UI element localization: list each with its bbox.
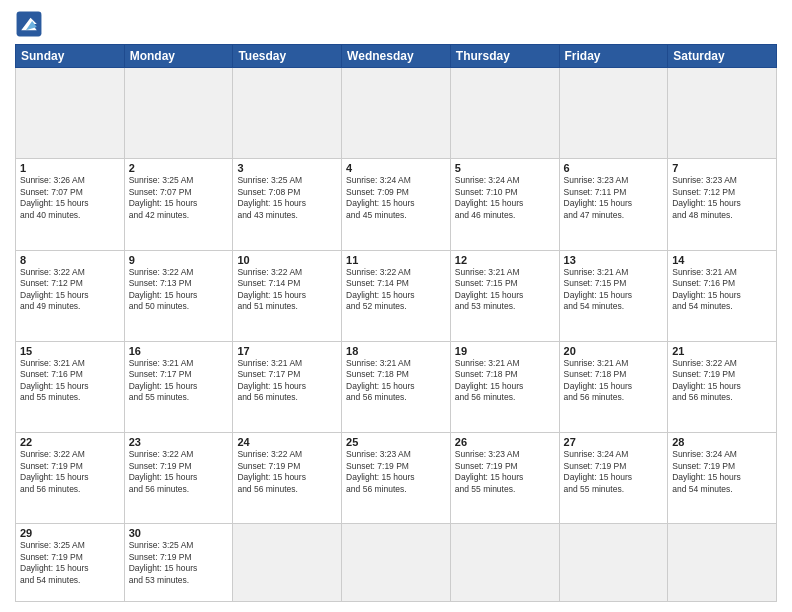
day-number: 20 [564,345,664,357]
cell-info: Sunrise: 3:21 AMSunset: 7:18 PMDaylight:… [346,358,446,404]
calendar-cell: 12Sunrise: 3:21 AMSunset: 7:15 PMDayligh… [450,250,559,341]
calendar-cell: 7Sunrise: 3:23 AMSunset: 7:12 PMDaylight… [668,159,777,250]
calendar-cell [559,68,668,159]
calendar-cell: 13Sunrise: 3:21 AMSunset: 7:15 PMDayligh… [559,250,668,341]
col-header-thursday: Thursday [450,45,559,68]
calendar-header-row: SundayMondayTuesdayWednesdayThursdayFrid… [16,45,777,68]
cell-info: Sunrise: 3:22 AMSunset: 7:19 PMDaylight:… [672,358,772,404]
col-header-wednesday: Wednesday [342,45,451,68]
col-header-friday: Friday [559,45,668,68]
cell-info: Sunrise: 3:24 AMSunset: 7:10 PMDaylight:… [455,175,555,221]
cell-info: Sunrise: 3:25 AMSunset: 7:08 PMDaylight:… [237,175,337,221]
day-number: 10 [237,254,337,266]
day-number: 14 [672,254,772,266]
day-number: 1 [20,162,120,174]
cell-info: Sunrise: 3:23 AMSunset: 7:12 PMDaylight:… [672,175,772,221]
calendar-cell: 11Sunrise: 3:22 AMSunset: 7:14 PMDayligh… [342,250,451,341]
week-row-5: 29Sunrise: 3:25 AMSunset: 7:19 PMDayligh… [16,524,777,602]
calendar-cell: 14Sunrise: 3:21 AMSunset: 7:16 PMDayligh… [668,250,777,341]
week-row-4: 22Sunrise: 3:22 AMSunset: 7:19 PMDayligh… [16,433,777,524]
calendar-cell: 5Sunrise: 3:24 AMSunset: 7:10 PMDaylight… [450,159,559,250]
page: SundayMondayTuesdayWednesdayThursdayFrid… [0,0,792,612]
day-number: 3 [237,162,337,174]
calendar-cell: 15Sunrise: 3:21 AMSunset: 7:16 PMDayligh… [16,341,125,432]
calendar-table: SundayMondayTuesdayWednesdayThursdayFrid… [15,44,777,602]
cell-info: Sunrise: 3:21 AMSunset: 7:17 PMDaylight:… [237,358,337,404]
day-number: 16 [129,345,229,357]
day-number: 7 [672,162,772,174]
day-number: 12 [455,254,555,266]
cell-info: Sunrise: 3:22 AMSunset: 7:14 PMDaylight:… [237,267,337,313]
week-row-0 [16,68,777,159]
calendar-cell: 6Sunrise: 3:23 AMSunset: 7:11 PMDaylight… [559,159,668,250]
calendar-cell [233,524,342,602]
day-number: 2 [129,162,229,174]
calendar-cell: 20Sunrise: 3:21 AMSunset: 7:18 PMDayligh… [559,341,668,432]
cell-info: Sunrise: 3:22 AMSunset: 7:14 PMDaylight:… [346,267,446,313]
day-number: 11 [346,254,446,266]
calendar-cell [450,68,559,159]
day-number: 21 [672,345,772,357]
calendar-cell [450,524,559,602]
day-number: 29 [20,527,120,539]
logo-icon [15,10,43,38]
cell-info: Sunrise: 3:22 AMSunset: 7:13 PMDaylight:… [129,267,229,313]
calendar-cell [668,524,777,602]
cell-info: Sunrise: 3:23 AMSunset: 7:11 PMDaylight:… [564,175,664,221]
day-number: 9 [129,254,229,266]
cell-info: Sunrise: 3:22 AMSunset: 7:19 PMDaylight:… [20,449,120,495]
calendar-cell: 4Sunrise: 3:24 AMSunset: 7:09 PMDaylight… [342,159,451,250]
day-number: 28 [672,436,772,448]
col-header-saturday: Saturday [668,45,777,68]
calendar-cell: 24Sunrise: 3:22 AMSunset: 7:19 PMDayligh… [233,433,342,524]
cell-info: Sunrise: 3:21 AMSunset: 7:18 PMDaylight:… [564,358,664,404]
cell-info: Sunrise: 3:22 AMSunset: 7:19 PMDaylight:… [129,449,229,495]
cell-info: Sunrise: 3:26 AMSunset: 7:07 PMDaylight:… [20,175,120,221]
week-row-1: 1Sunrise: 3:26 AMSunset: 7:07 PMDaylight… [16,159,777,250]
week-row-3: 15Sunrise: 3:21 AMSunset: 7:16 PMDayligh… [16,341,777,432]
cell-info: Sunrise: 3:21 AMSunset: 7:17 PMDaylight:… [129,358,229,404]
day-number: 15 [20,345,120,357]
calendar-cell: 27Sunrise: 3:24 AMSunset: 7:19 PMDayligh… [559,433,668,524]
cell-info: Sunrise: 3:25 AMSunset: 7:19 PMDaylight:… [20,540,120,586]
cell-info: Sunrise: 3:25 AMSunset: 7:07 PMDaylight:… [129,175,229,221]
calendar-cell: 26Sunrise: 3:23 AMSunset: 7:19 PMDayligh… [450,433,559,524]
day-number: 4 [346,162,446,174]
calendar-cell: 16Sunrise: 3:21 AMSunset: 7:17 PMDayligh… [124,341,233,432]
day-number: 18 [346,345,446,357]
cell-info: Sunrise: 3:25 AMSunset: 7:19 PMDaylight:… [129,540,229,586]
calendar-cell [124,68,233,159]
calendar-cell: 10Sunrise: 3:22 AMSunset: 7:14 PMDayligh… [233,250,342,341]
cell-info: Sunrise: 3:21 AMSunset: 7:18 PMDaylight:… [455,358,555,404]
cell-info: Sunrise: 3:21 AMSunset: 7:15 PMDaylight:… [564,267,664,313]
calendar-cell [342,524,451,602]
day-number: 30 [129,527,229,539]
calendar-cell: 9Sunrise: 3:22 AMSunset: 7:13 PMDaylight… [124,250,233,341]
cell-info: Sunrise: 3:23 AMSunset: 7:19 PMDaylight:… [455,449,555,495]
calendar-cell [668,68,777,159]
day-number: 24 [237,436,337,448]
week-row-2: 8Sunrise: 3:22 AMSunset: 7:12 PMDaylight… [16,250,777,341]
calendar-cell: 2Sunrise: 3:25 AMSunset: 7:07 PMDaylight… [124,159,233,250]
calendar-cell: 25Sunrise: 3:23 AMSunset: 7:19 PMDayligh… [342,433,451,524]
col-header-tuesday: Tuesday [233,45,342,68]
calendar-cell: 1Sunrise: 3:26 AMSunset: 7:07 PMDaylight… [16,159,125,250]
calendar-cell: 22Sunrise: 3:22 AMSunset: 7:19 PMDayligh… [16,433,125,524]
calendar-cell: 17Sunrise: 3:21 AMSunset: 7:17 PMDayligh… [233,341,342,432]
day-number: 8 [20,254,120,266]
cell-info: Sunrise: 3:24 AMSunset: 7:19 PMDaylight:… [564,449,664,495]
calendar-cell: 28Sunrise: 3:24 AMSunset: 7:19 PMDayligh… [668,433,777,524]
col-header-sunday: Sunday [16,45,125,68]
calendar-cell: 29Sunrise: 3:25 AMSunset: 7:19 PMDayligh… [16,524,125,602]
day-number: 19 [455,345,555,357]
col-header-monday: Monday [124,45,233,68]
day-number: 22 [20,436,120,448]
day-number: 25 [346,436,446,448]
day-number: 26 [455,436,555,448]
calendar-cell: 23Sunrise: 3:22 AMSunset: 7:19 PMDayligh… [124,433,233,524]
calendar-cell: 8Sunrise: 3:22 AMSunset: 7:12 PMDaylight… [16,250,125,341]
cell-info: Sunrise: 3:21 AMSunset: 7:16 PMDaylight:… [20,358,120,404]
calendar-cell: 30Sunrise: 3:25 AMSunset: 7:19 PMDayligh… [124,524,233,602]
calendar-cell [233,68,342,159]
header [15,10,777,38]
